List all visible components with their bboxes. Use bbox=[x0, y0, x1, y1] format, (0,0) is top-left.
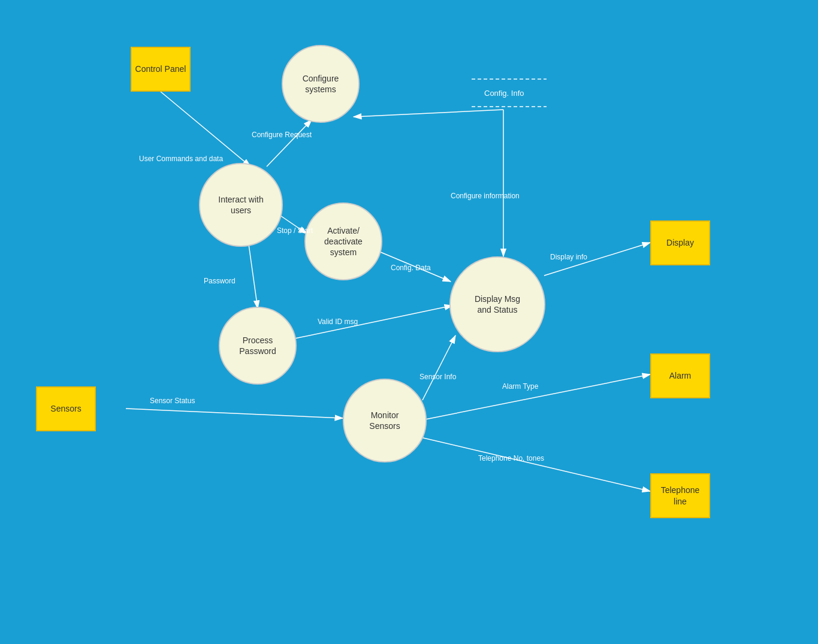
edge-label-configure-information: Configure information bbox=[451, 192, 520, 200]
display-node: Display bbox=[650, 220, 710, 265]
control-panel-label: Control Panel bbox=[135, 64, 186, 74]
edge-label-password: Password bbox=[204, 277, 236, 285]
configure-systems-node: Configuresystems bbox=[282, 45, 360, 123]
edge-label-stop-start: Stop / Start bbox=[277, 226, 313, 235]
connections-svg bbox=[0, 0, 818, 644]
sensors-label: Sensors bbox=[50, 403, 81, 414]
edge-label-user-commands: User Commands and data bbox=[139, 155, 223, 163]
monitor-sensors-label: MonitorSensors bbox=[369, 410, 400, 431]
display-msg-status-label: Display Msgand Status bbox=[475, 294, 520, 315]
interact-with-users-label: Interact withusers bbox=[218, 194, 263, 216]
svg-line-5 bbox=[249, 244, 258, 309]
activate-deactivate-label: Activate/deactivatesystem bbox=[324, 225, 363, 258]
edge-label-telephone-tones: Telephone No, tones bbox=[478, 454, 544, 462]
display-label: Display bbox=[666, 237, 694, 248]
telephone-line-node: Telephoneline bbox=[650, 473, 710, 518]
configure-systems-label: Configuresystems bbox=[303, 73, 339, 95]
telephone-line-label: Telephoneline bbox=[661, 485, 700, 506]
diagram-container: Control Panel Configuresystems Interact … bbox=[0, 0, 818, 644]
alarm-node: Alarm bbox=[650, 353, 710, 398]
process-password-node: ProcessPassword bbox=[219, 307, 297, 385]
svg-line-13 bbox=[354, 110, 503, 117]
edge-label-display-info: Display info bbox=[550, 253, 587, 261]
edge-label-alarm-type: Alarm Type bbox=[502, 382, 538, 391]
control-panel-node: Control Panel bbox=[131, 47, 191, 92]
svg-line-10 bbox=[425, 374, 650, 419]
edge-label-configure-request: Configure Request bbox=[252, 131, 312, 139]
config-info-label: Config. Info bbox=[484, 89, 524, 98]
svg-line-3 bbox=[267, 120, 312, 167]
edge-label-config-data: Config. Data bbox=[391, 264, 431, 272]
display-msg-status-node: Display Msgand Status bbox=[449, 256, 545, 352]
edge-label-sensor-info: Sensor Info bbox=[419, 373, 456, 381]
sensors-node: Sensors bbox=[36, 386, 96, 431]
svg-line-8 bbox=[422, 335, 455, 400]
interact-with-users-node: Interact withusers bbox=[199, 163, 283, 247]
monitor-sensors-node: MonitorSensors bbox=[343, 379, 427, 462]
svg-line-12 bbox=[126, 409, 343, 418]
svg-line-11 bbox=[421, 437, 650, 491]
alarm-label: Alarm bbox=[669, 370, 692, 381]
edge-label-sensor-status: Sensor Status bbox=[150, 397, 195, 405]
edge-label-valid-id: Valid ID msg bbox=[318, 318, 358, 326]
activate-deactivate-node: Activate/deactivatesystem bbox=[304, 202, 382, 280]
process-password-label: ProcessPassword bbox=[239, 335, 276, 356]
